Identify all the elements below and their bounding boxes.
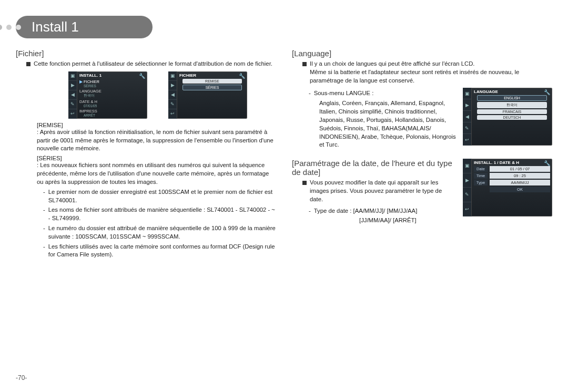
type-value: AA/MM/JJ [490, 180, 550, 185]
fichier-heading: [Fichier] [16, 49, 276, 58]
bullet-square [302, 181, 307, 185]
page-number: -70- [16, 374, 27, 381]
lcd-fichier: ▣ ▶ ◀ ✎ ↩ 🔧 FICHIER REMISE SÉRIES [168, 71, 247, 119]
wrench-icon: 🔧 [139, 73, 145, 79]
series-text: : Les nouveaux fichiers sont nommés en u… [37, 161, 276, 186]
lcd1-r2: DATE & H [79, 99, 97, 104]
left-column: [Fichier] Cette fonction permet à l'util… [16, 44, 276, 381]
play-icon: ▶ [463, 173, 471, 188]
language-intro: Il y a un choix de langues qui peut être… [310, 60, 474, 67]
fichier-intro: Cette fonction permet à l'utilisateur de… [34, 60, 272, 68]
return-icon: ↩ [463, 134, 471, 146]
lcd-lang-header: LANGUAGE [474, 89, 498, 94]
lcd-date-header: INSTALL. 1 / DATE & H [474, 160, 519, 165]
lang-sub-label: Sous-menu LANGUE : [314, 89, 374, 98]
sound-icon: ◀ [168, 90, 177, 100]
camera-icon: ▣ [463, 88, 471, 99]
wrench-icon: 🔧 [239, 73, 245, 79]
tool-icon: ✎ [463, 122, 471, 134]
time-value: 09 : 25 [490, 173, 550, 179]
wrench-icon: 🔧 [544, 160, 550, 166]
remise-text: : Après avoir utilisé la fonction réinit… [37, 128, 276, 153]
return-icon: ↩ [168, 109, 177, 119]
type-label: Type [474, 180, 488, 185]
lcd2-pill-1: SÉRIES [182, 85, 242, 90]
lcd-lang-pill-1: 한국어 [477, 102, 547, 108]
lcd-language: ▣ ▶ ◀ ✎ ↩ 🔧 LANGUAGE ENGLISH 한국어 FRANCAI… [463, 88, 552, 146]
lcd-lang-pill-3: DEUTSCH [477, 115, 547, 120]
fichier-bullet-3: Les fichiers utilisés avec la carte mémo… [48, 243, 276, 260]
series-label: [SÉRIES] [37, 155, 276, 161]
wrench-icon: 🔧 [544, 89, 550, 95]
play-icon: ▶ [168, 81, 177, 90]
tool-icon: ✎ [68, 100, 77, 109]
right-column: [Language] Il y a un choix de langues qu… [292, 44, 552, 381]
bullet-square [302, 62, 307, 66]
sound-icon: ◀ [463, 111, 471, 122]
fichier-bullet-2: Le numéro du dossier est attribué de man… [48, 224, 276, 241]
return-icon: ↩ [68, 109, 77, 119]
fichier-bullet-0: Le premier nom de dossier enregistré est… [48, 188, 276, 205]
camera-icon: ▣ [463, 159, 471, 173]
play-icon: ▶ [463, 99, 471, 111]
date-heading: [Paramétrage de la date, de l'heure et d… [292, 159, 457, 177]
lcd-lang-pill-2: FRANCAIS [477, 109, 547, 114]
lcd1-r3: IMPRESS [79, 109, 97, 114]
bullet-square [26, 62, 31, 66]
date-label: Date [474, 166, 488, 172]
remise-label: [REMISE] [37, 122, 276, 128]
title-dots [0, 25, 21, 30]
title-text: Install 1 [32, 19, 79, 35]
date-type-label: Type de date : [AA/MM/JJ]/ [MM/JJ/AA] [314, 207, 418, 215]
lcd2-header: FICHIER [179, 73, 196, 78]
tool-icon: ✎ [168, 100, 177, 109]
play-icon: ▶ [68, 81, 77, 90]
sound-icon: ◀ [68, 90, 77, 100]
date-value: 01 / 05 / 07 [490, 166, 550, 172]
camera-icon: ▣ [168, 71, 177, 81]
fichier-bullet-1: Les noms de fichier sont attribués de ma… [48, 206, 276, 223]
fichier-lcds: ▣ ▶ ◀ ✎ ↩ 🔧 INSTALL. 1 ▶FICHIERSÉRIES LA… [68, 71, 276, 119]
lcd1-r1: LANGUAGE [79, 89, 102, 94]
lcd-date: ▣ ▶ ✎ ↩ 🔧 INSTALL. 1 / DATE & H Date 01 … [463, 159, 552, 216]
lang-list: Anglais, Coréen, Français, Allemand, Esp… [319, 99, 457, 149]
time-label: Time [474, 173, 488, 179]
lcd1-header: INSTALL. 1 [79, 73, 102, 78]
camera-icon: ▣ [68, 71, 77, 81]
ok-button: OK [490, 187, 550, 192]
tool-icon: ✎ [463, 188, 471, 202]
return-icon: ↩ [463, 202, 471, 217]
lcd2-pill-0: REMISE [182, 79, 242, 84]
page-title: Install 1 [16, 16, 153, 38]
date-type-label2: [JJ/MM/AA]/ [ARRÊT] [359, 216, 457, 225]
language-heading: [Language] [292, 49, 552, 58]
lcd-install1: ▣ ▶ ◀ ✎ ↩ 🔧 INSTALL. 1 ▶FICHIERSÉRIES LA… [68, 71, 147, 119]
date-intro: Vous pouvez modifier la date qui apparaî… [310, 179, 457, 203]
lcd-lang-pill-0: ENGLISH [477, 95, 547, 101]
lcd1-r0: FICHIER [84, 79, 99, 84]
language-note: Même si la batterie et l'adaptateur sect… [310, 69, 519, 84]
